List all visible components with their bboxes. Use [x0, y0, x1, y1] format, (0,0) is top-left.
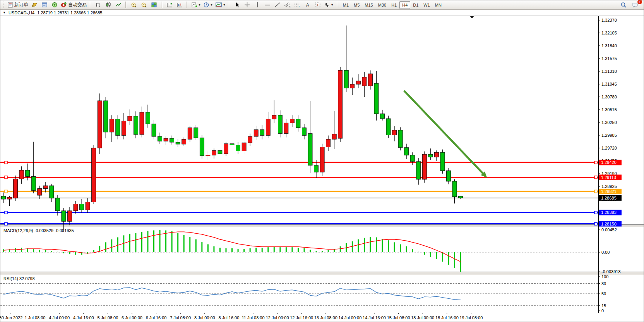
strategy-tester-button[interactable]: [50, 1, 59, 9]
auto-scroll-icon: [166, 2, 173, 8]
trendline-tool-button[interactable]: [273, 1, 282, 9]
svg-text:14 Jul 00:00: 14 Jul 00:00: [338, 315, 361, 320]
svg-text:1.31840: 1.31840: [601, 43, 617, 48]
chart-shift-icon: [176, 2, 183, 8]
line-chart-icon: [115, 2, 122, 8]
svg-text:18 Jul 00:00: 18 Jul 00:00: [411, 315, 434, 320]
timeframe-d1-button[interactable]: D1: [411, 2, 421, 9]
bar-chart-mode-button[interactable]: [94, 1, 103, 9]
rsi-indicator-label: RSI(14) 32.0798: [3, 276, 35, 281]
arrows-tool-button[interactable]: ▼: [323, 1, 334, 9]
crosshair-tool-button[interactable]: [243, 1, 252, 9]
mt4-window: 新订单 自动交易: [0, 0, 644, 322]
zoom-out-button[interactable]: [139, 1, 149, 9]
svg-text:18 Jul 16:00: 18 Jul 16:00: [435, 315, 459, 320]
svg-text:0: 0: [601, 308, 604, 313]
svg-text:1.29720: 1.29720: [601, 146, 617, 150]
search-icon: [620, 2, 627, 8]
svg-text:1.28685: 1.28685: [601, 196, 617, 200]
svg-text:4 Jul 00:00: 4 Jul 00:00: [49, 315, 70, 320]
auto-trading-button[interactable]: 自动交易: [60, 1, 87, 9]
chart-titlebar[interactable]: ▼ USDCAD-,H4 1.28719 1.28731 1.28666 1.2…: [0, 9, 644, 16]
profiles-button[interactable]: [30, 1, 39, 9]
horizontal-line-icon: [264, 2, 271, 8]
new-order-label: 新订单: [14, 2, 28, 8]
templates-button[interactable]: ▼: [214, 1, 226, 9]
svg-text:1.28150: 1.28150: [601, 222, 617, 226]
svg-text:1.28925: 1.28925: [601, 184, 617, 189]
chart-shift-button[interactable]: [175, 1, 184, 9]
data-window-icon: [41, 2, 48, 8]
toolbar-grip[interactable]: [3, 2, 5, 8]
svg-text:1.31045: 1.31045: [601, 82, 617, 86]
line-handle: [5, 176, 7, 179]
timeframe-h1-button[interactable]: H1: [389, 2, 399, 9]
new-order-button[interactable]: 新订单: [7, 1, 29, 9]
svg-text:1.32105: 1.32105: [601, 31, 617, 35]
svg-text:13 Jul 08:00: 13 Jul 08:00: [314, 315, 337, 320]
fibonacci-tool-button[interactable]: F: [293, 1, 302, 9]
svg-text:F: F: [299, 5, 300, 8]
cursor-icon: [235, 2, 240, 8]
horizontal-line-tool-button[interactable]: [263, 1, 272, 9]
timeframe-m30-button[interactable]: M30: [376, 2, 389, 9]
toolbar-separator: [90, 2, 91, 8]
svg-text:1.32370: 1.32370: [601, 18, 617, 22]
svg-text:50: 50: [601, 291, 606, 296]
timeframe-m15-button[interactable]: M15: [362, 2, 375, 9]
cursor-tool-button[interactable]: [233, 1, 242, 9]
toolbar-separator: [229, 2, 230, 8]
timeframe-m1-button[interactable]: M1: [341, 2, 351, 9]
auto-trading-icon: [61, 2, 67, 8]
periods-clock-icon: [203, 2, 209, 8]
bar-chart-icon: [95, 2, 101, 8]
profiles-icon: [31, 2, 38, 8]
timeframe-mn-button[interactable]: MN: [433, 2, 444, 9]
svg-text:12 Jul 00:00: 12 Jul 00:00: [266, 315, 289, 320]
svg-text:T: T: [317, 3, 319, 7]
svg-text:15 Jul 08:00: 15 Jul 08:00: [387, 315, 410, 320]
timeframe-m5-button[interactable]: M5: [351, 2, 362, 9]
indicators-icon: [191, 2, 197, 8]
svg-text:4 Jul 16:00: 4 Jul 16:00: [73, 315, 94, 320]
notifications-button[interactable]: 1: [630, 1, 640, 9]
svg-text:0.00: 0.00: [601, 250, 610, 255]
indicators-button[interactable]: ▼: [190, 1, 202, 9]
timeframe-bar: M1M5M15M30H1H4D1W1MN: [341, 1, 444, 9]
line-handle: [5, 161, 7, 164]
svg-text:7 Jul 08:00: 7 Jul 08:00: [170, 315, 191, 320]
templates-caret-icon: ▼: [223, 3, 226, 6]
svg-text:11 Jul 08:00: 11 Jul 08:00: [242, 315, 264, 320]
channel-tool-button[interactable]: E: [283, 1, 292, 9]
vertical-line-tool-button[interactable]: [253, 1, 262, 9]
data-window-button[interactable]: [40, 1, 49, 9]
indicators-caret-icon: ▼: [198, 3, 201, 6]
toolbar-separator: [187, 2, 188, 8]
crosshair-icon: [244, 2, 250, 8]
text-tool-button[interactable]: A: [303, 1, 312, 9]
line-chart-mode-button[interactable]: [114, 1, 123, 9]
chevron-down-icon: ▼: [3, 11, 6, 14]
search-button[interactable]: [619, 1, 628, 9]
timeframe-w1-button[interactable]: W1: [421, 2, 432, 9]
candlestick-chart-icon: [105, 2, 111, 8]
notification-badge: 1: [637, 0, 642, 5]
label-tool-icon: T: [315, 2, 321, 8]
periods-button[interactable]: ▼: [202, 1, 214, 9]
svg-text:1 Jul 08:00: 1 Jul 08:00: [25, 315, 46, 320]
trendline-icon: [274, 2, 281, 8]
auto-scroll-button[interactable]: [165, 1, 174, 9]
zoom-in-button[interactable]: [129, 1, 139, 9]
timeframe-h4-button[interactable]: H4: [399, 1, 410, 9]
chart-canvas[interactable]: 1.323701.321051.318401.315751.313101.310…: [0, 15, 644, 322]
line-handle: [5, 211, 7, 214]
candlestick-mode-button[interactable]: [104, 1, 113, 9]
svg-text:8 Jul 00:00: 8 Jul 00:00: [194, 315, 215, 320]
svg-text:1.29113: 1.29113: [601, 175, 616, 180]
svg-text:30 Jun 2022: 30 Jun 2022: [0, 315, 22, 320]
label-tool-button[interactable]: T: [313, 1, 322, 9]
tile-windows-button[interactable]: [149, 1, 159, 9]
svg-text:1.31575: 1.31575: [601, 56, 617, 61]
tile-windows-icon: [151, 2, 157, 8]
arrows-tool-icon: [324, 2, 330, 8]
